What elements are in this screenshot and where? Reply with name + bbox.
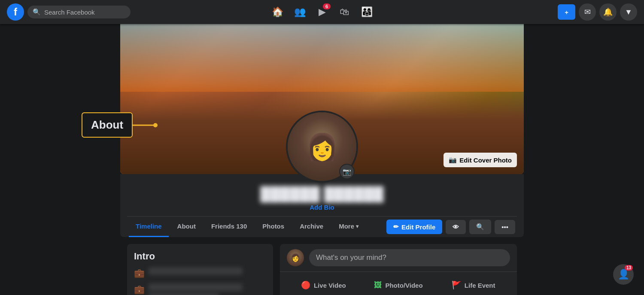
post-divider — [280, 271, 517, 272]
cover-section: 📷 Edit Cover Photo 👩 📷 — [120, 24, 524, 174]
tab-about[interactable]: About — [170, 217, 203, 237]
tab-timeline[interactable]: Timeline — [129, 217, 169, 237]
post-actions-row: 🔴 Live Video 🖼 Photo/Video 🚩 Life Event — [287, 277, 510, 293]
nav-friends-button[interactable]: 👥 — [289, 2, 310, 22]
nav-left: f 🔍 — [7, 3, 136, 21]
tab-archive[interactable]: Archive — [293, 217, 330, 237]
work-icon-2: 💼 — [134, 284, 144, 295]
tab-actions: ✏ Edit Profile 👁 🔍 ••• — [386, 220, 515, 234]
more-icon: ••• — [501, 223, 508, 231]
left-column: Intro 💼 💼 📍 — [127, 244, 273, 295]
intro-item-1: 💼 — [134, 267, 266, 278]
edit-cover-photo-button[interactable]: 📷 Edit Cover Photo — [444, 153, 517, 167]
add-bio-link[interactable]: Add Bio — [310, 204, 334, 211]
tab-photos[interactable]: Photos — [255, 217, 291, 237]
search-icon: 🔍 — [33, 8, 41, 16]
photo-video-icon: 🖼 — [374, 281, 382, 290]
photo-video-button[interactable]: 🖼 Photo/Video — [362, 277, 435, 293]
video-badge: 6 — [323, 3, 331, 9]
right-column: 👩 What's on your mind? 🔴 Live Video 🖼 Ph… — [280, 244, 517, 295]
search-bar-container: 🔍 — [27, 6, 131, 18]
intro-title: Intro — [134, 251, 266, 262]
about-tooltip-box: About — [82, 112, 133, 138]
post-avatar: 👩 — [287, 249, 304, 266]
intro-item-2: 💼 — [134, 283, 266, 295]
nav-groups-button[interactable]: 👨‍👩‍👧 — [356, 2, 377, 22]
more-actions-button[interactable]: ••• — [495, 220, 515, 234]
facebook-logo[interactable]: f — [7, 3, 24, 21]
profile-picture-wrapper: 👩 📷 — [286, 111, 358, 183]
profile-tabs: Timeline About Friends 130 Photos Archiv… — [127, 216, 517, 237]
nav-right: + ✉ 🔔 ▼ — [508, 3, 637, 21]
search-profile-icon: 🔍 — [476, 223, 484, 231]
intro-text-blurred-2 — [149, 283, 243, 291]
work-icon-1: 💼 — [134, 268, 144, 278]
live-video-icon: 🔴 — [301, 280, 310, 290]
create-button[interactable]: + — [558, 4, 575, 20]
nav-video-button[interactable]: ▶ 6 — [312, 2, 332, 22]
intro-text-blurred-2b — [149, 293, 219, 295]
chat-badge: 13 — [625, 265, 633, 271]
life-event-button[interactable]: 🚩 Life Event — [437, 277, 510, 293]
about-tooltip-wrapper: About — [82, 112, 133, 138]
profile-info-section: ██████ ██████ Add Bio Timeline About Fri… — [120, 174, 524, 237]
intro-text-blurred-1 — [149, 267, 243, 275]
bottom-right-chat-button[interactable]: 👤 13 — [613, 264, 634, 285]
tooltip-dot — [153, 123, 158, 127]
eye-icon: 👁 — [453, 223, 459, 231]
messenger-button[interactable]: ✉ — [579, 3, 596, 21]
main-content: 📷 Edit Cover Photo 👩 📷 ██████ ██████ Add… — [0, 24, 644, 295]
post-input-fake[interactable]: What's on your mind? — [309, 249, 510, 266]
camera-icon: 📷 — [449, 156, 457, 164]
edit-profile-button[interactable]: ✏ Edit Profile — [386, 220, 442, 234]
search-profile-button[interactable]: 🔍 — [469, 220, 491, 234]
chevron-down-icon: ▾ — [356, 223, 358, 229]
tab-more[interactable]: More ▾ — [332, 217, 365, 237]
menu-button[interactable]: ▼ — [620, 3, 637, 21]
post-input-row: 👩 What's on your mind? — [287, 249, 510, 266]
post-box: 👩 What's on your mind? 🔴 Live Video 🖼 Ph… — [280, 244, 517, 295]
live-video-button[interactable]: 🔴 Live Video — [287, 277, 360, 293]
profile-name: ██████ ██████ — [260, 186, 383, 202]
nav-marketplace-button[interactable]: 🛍 — [334, 2, 355, 22]
nav-center: 🏠 👥 ▶ 6 🛍 👨‍👩‍👧 — [267, 2, 377, 22]
edit-icon: ✏ — [393, 223, 399, 231]
nav-home-button[interactable]: 🏠 — [267, 2, 288, 22]
view-as-button[interactable]: 👁 — [446, 220, 466, 234]
top-navigation: f 🔍 🏠 👥 ▶ 6 🛍 👨‍👩‍👧 + ✉ 🔔 ▼ — [0, 0, 644, 24]
tab-friends[interactable]: Friends 130 — [204, 217, 254, 237]
intro-card: Intro 💼 💼 📍 — [127, 244, 273, 295]
tooltip-arrow — [133, 124, 154, 126]
profile-camera-button[interactable]: 📷 — [339, 164, 355, 179]
life-event-icon: 🚩 — [452, 280, 461, 290]
notifications-button[interactable]: 🔔 — [599, 3, 617, 21]
profile-body: Intro 💼 💼 📍 — [120, 244, 524, 295]
search-input[interactable] — [44, 9, 122, 16]
